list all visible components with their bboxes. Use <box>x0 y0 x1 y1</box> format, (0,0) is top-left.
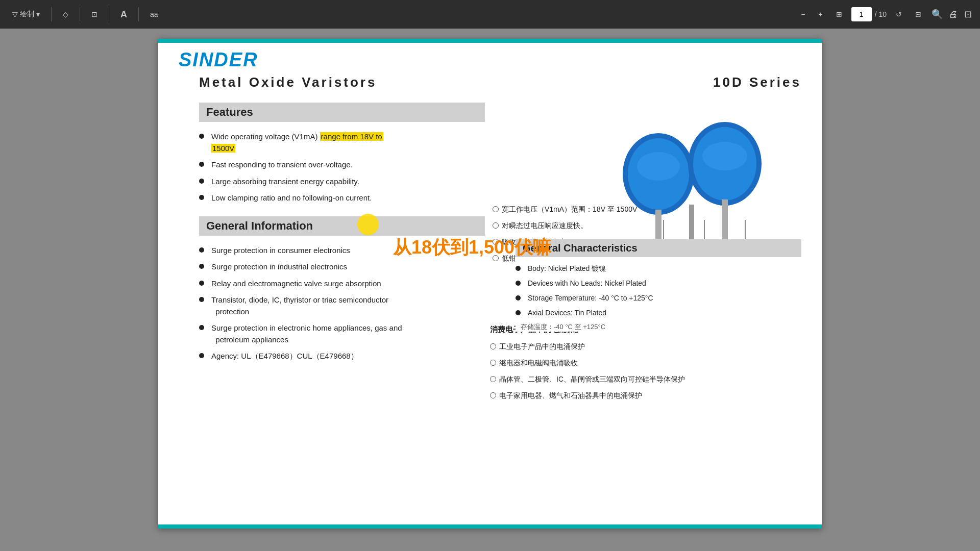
gen-radio-4 <box>490 392 496 398</box>
gen-char-bullet-4 <box>516 310 521 315</box>
general-info-title: General Information <box>206 219 313 232</box>
svg-point-8 <box>702 142 747 170</box>
gen-char-item-3: Storage Temperature: -40 °C to +125°C <box>516 293 801 304</box>
gen-char-item-2: Devices with No Leads: Nickel Plated <box>516 278 801 289</box>
gen-bullet-6 <box>199 353 204 358</box>
page-navigation: / 10 <box>851 7 887 21</box>
features-title: Features <box>206 106 253 118</box>
erase-button[interactable]: ◇ <box>59 8 72 20</box>
zoom-out-button[interactable]: − <box>797 8 809 20</box>
gen-info-text-5: Surge protection in electronic home appl… <box>211 322 402 345</box>
gen-info-text-2: Surge protection in industrial electroni… <box>211 261 347 273</box>
gen-radio-2 <box>490 360 496 366</box>
toolbar-left: ▽ 绘制 ▾ ◇ ⊡ A aа <box>8 7 791 22</box>
gen-char-text-2: Devices with No Leads: Nickel Plated <box>528 278 646 289</box>
gen-info-text-4: Transistor, diode, IC, thyristor or tria… <box>211 294 388 317</box>
varistor-image-area <box>612 118 796 251</box>
fit-button[interactable]: ⊞ <box>832 8 846 20</box>
divider-2 <box>80 7 80 21</box>
gen-info-text-3: Relay and electromagnetic valve surge ab… <box>211 278 381 290</box>
highlight-1500v: 1500V <box>211 144 235 153</box>
gen-char-bullet-2 <box>516 281 521 286</box>
radio-circle-2 <box>493 222 499 229</box>
draw-label: 绘制 <box>20 10 34 19</box>
gen-bullet-5 <box>199 325 204 330</box>
layout-button[interactable]: ⊡ <box>87 8 102 20</box>
bullet-dot-4 <box>199 195 204 200</box>
gen-char-text-1: Body: Nickel Plated 镀镍 <box>528 263 606 274</box>
page-total-label: / 10 <box>875 10 887 18</box>
gen-char-item-4: Axial Devices: Tin Plated <box>516 308 801 318</box>
gen-info-text-6: Agency: UL（E479668）CUL（E479668） <box>211 350 358 362</box>
bullet-dot-3 <box>199 179 204 184</box>
toolbar-right: 🔍 🖨 ⊡ <box>932 9 972 20</box>
doc-header: Metal Oxide Varistors 10D Series <box>199 74 801 90</box>
feature-text-3: Large absorbing transient energy capabil… <box>211 176 359 188</box>
company-logo: SINDER <box>179 49 258 71</box>
pdf-page: SINDER Metal Oxide Varistors 10D Series … <box>158 39 822 529</box>
bullet-dot-2 <box>199 162 204 167</box>
general-info-chinese-list: 消费电子产品中的电涌保护 工业电子产品中的电涌保护 继电器和电磁阀电涌吸收 晶体… <box>490 322 685 405</box>
draw-dropdown-icon: ▾ <box>36 10 40 18</box>
erase-icon: ◇ <box>63 10 68 18</box>
feature-text-2: Fast responding to transient over-voltag… <box>211 159 353 171</box>
gen-chinese-item-2: 继电器和电磁阀电涌吸收 <box>490 356 685 370</box>
gen-info-text-1: Surge protection in consumer electronics <box>211 245 350 257</box>
logo-area: SINDER <box>179 49 258 71</box>
gen-chinese-item-3: 晶体管、二极管、IC、晶闸管或三端双向可控硅半导体保护 <box>490 372 685 386</box>
gen-chinese-item-1: 工业电子产品中的电涌保护 <box>490 339 685 354</box>
gen-bullet-4 <box>199 297 204 302</box>
doc-series: 10D Series <box>713 74 801 90</box>
general-info-header: General Information <box>199 216 485 236</box>
layout2-icon: ⊟ <box>915 10 921 18</box>
gen-chinese-text-4: 电子家用电器、燃气和石油器具中的电涌保护 <box>499 388 642 403</box>
page-number-input[interactable] <box>851 7 872 21</box>
gen-char-bullet-3 <box>516 295 521 300</box>
search-button[interactable]: 🔍 <box>932 9 943 20</box>
gen-char-text-4: Axial Devices: Tin Plated <box>528 308 606 318</box>
print-button[interactable]: 🖨 <box>949 9 958 20</box>
gen-chinese-text-1: 工业电子产品中的电涌保护 <box>499 339 585 354</box>
gen-char-list: Body: Nickel Plated 镀镍 Devices with No L… <box>516 263 801 318</box>
fit-icon: ⊞ <box>836 10 842 18</box>
varistor-svg <box>612 118 796 251</box>
divider-4 <box>138 7 139 21</box>
gen-char-bullet-1 <box>516 266 521 271</box>
feature-text-4: Low clamping ratio and no following-on c… <box>211 192 372 204</box>
features-chinese-text-2: 对瞬态过电压响应速度快。 <box>502 218 587 233</box>
bottom-accent-bar <box>158 524 822 529</box>
draw-button[interactable]: ▽ 绘制 ▾ <box>8 8 44 21</box>
layout2-button[interactable]: ⊟ <box>911 8 925 20</box>
aa-label: aа <box>150 10 158 18</box>
svg-point-5 <box>637 152 680 181</box>
font-button[interactable]: A <box>116 7 131 22</box>
pdf-inner: Features Wide operating voltage (V1mA) r… <box>199 103 801 362</box>
highlight-range: range from 18V to <box>320 132 383 141</box>
divider-1 <box>51 7 52 21</box>
aa-button[interactable]: aа <box>146 8 162 20</box>
gen-char-header: General Characteristics <box>516 239 801 257</box>
gen-char-item-1: Body: Nickel Plated 镀镍 <box>516 263 801 274</box>
top-accent-bar <box>158 39 822 43</box>
gen-chinese-item-4: 电子家用电器、燃气和石油器具中的电涌保护 <box>490 388 685 403</box>
gen-radio-1 <box>490 343 496 349</box>
gen-chinese-text-3: 晶体管、二极管、IC、晶闸管或三端双向可控硅半导体保护 <box>499 372 685 386</box>
features-section-header: Features <box>199 103 485 122</box>
zoom-in-button[interactable]: + <box>814 8 826 20</box>
gen-bullet-1 <box>199 247 204 253</box>
toolbar-center: − + ⊞ / 10 ↺ ⊟ <box>797 7 925 21</box>
main-area: SINDER Metal Oxide Varistors 10D Series … <box>0 29 980 551</box>
bullet-dot-1 <box>199 134 204 139</box>
font-icon: A <box>120 9 127 20</box>
toolbar: ▽ 绘制 ▾ ◇ ⊡ A aа − + ⊞ / 10 <box>0 0 980 29</box>
zoom-out-icon: − <box>801 10 805 18</box>
radio-circle-1 <box>493 206 499 212</box>
layout-icon: ⊡ <box>91 10 97 18</box>
gen-radio-3 <box>490 376 496 382</box>
refresh-button[interactable]: ↺ <box>892 8 906 20</box>
gen-bullet-3 <box>199 281 204 286</box>
refresh-icon: ↺ <box>896 10 902 18</box>
general-characteristics-section: General Characteristics Body: Nickel Pla… <box>516 239 801 332</box>
gen-bullet-2 <box>199 264 204 269</box>
more-button[interactable]: ⊡ <box>964 9 972 20</box>
